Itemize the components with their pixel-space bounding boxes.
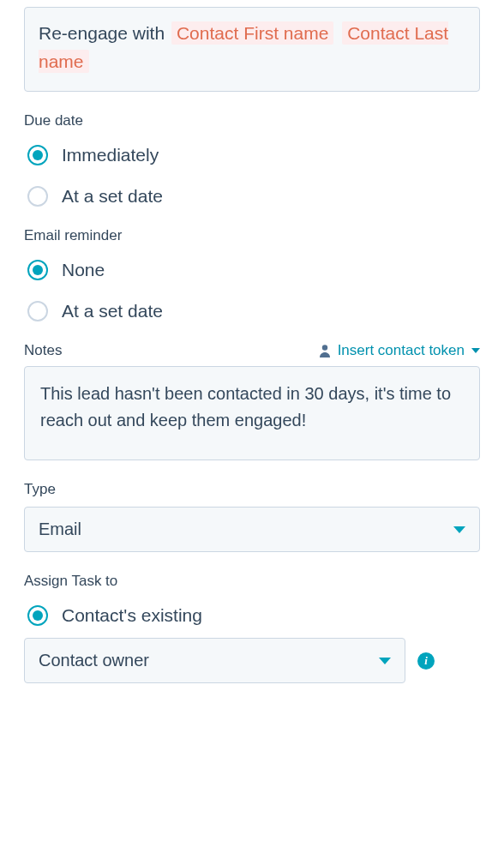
notes-textarea[interactable]: This lead hasn't been contacted in 30 da… — [24, 366, 480, 460]
radio-label: At a set date — [62, 301, 163, 321]
assign-select-value: Contact owner — [39, 651, 149, 670]
chevron-down-icon — [379, 658, 391, 664]
email-reminder-label: Email reminder — [24, 227, 480, 244]
due-date-immediately[interactable]: Immediately — [27, 145, 480, 165]
radio-label: None — [62, 260, 105, 280]
type-select-value: Email — [39, 520, 81, 539]
type-label: Type — [24, 481, 480, 498]
radio-label: Contact's existing — [62, 605, 202, 626]
due-date-radio-group: Immediately At a set date — [24, 145, 480, 207]
email-reminder-none[interactable]: None — [27, 260, 480, 280]
due-date-set-date[interactable]: At a set date — [27, 186, 480, 207]
radio-icon — [27, 186, 48, 207]
title-text-prefix: Re-engage with — [39, 23, 165, 43]
email-reminder-radio-group: None At a set date — [24, 260, 480, 321]
due-date-label: Due date — [24, 112, 480, 129]
radio-icon — [27, 260, 48, 280]
assign-radio-group: Contact's existing — [24, 605, 480, 626]
radio-label: Immediately — [62, 145, 159, 165]
assign-label: Assign Task to — [24, 573, 480, 590]
title-input[interactable]: Re-engage with Contact First name Contac… — [24, 7, 480, 92]
token-first-name[interactable]: Contact First name — [171, 21, 333, 45]
chevron-down-icon — [453, 526, 465, 533]
radio-icon — [27, 605, 48, 626]
assign-contacts-existing[interactable]: Contact's existing — [27, 605, 480, 626]
svg-point-0 — [321, 345, 327, 350]
chevron-down-icon — [471, 348, 480, 353]
insert-token-link-notes[interactable]: Insert contact token — [319, 342, 480, 359]
email-reminder-set-date[interactable]: At a set date — [27, 301, 480, 321]
radio-icon — [27, 145, 48, 165]
notes-label: Notes — [24, 342, 62, 359]
assign-select[interactable]: Contact owner — [24, 638, 405, 683]
info-icon[interactable]: i — [417, 652, 435, 670]
token-link-text: Insert contact token — [338, 342, 465, 359]
type-select[interactable]: Email — [24, 507, 480, 552]
radio-icon — [27, 301, 48, 321]
radio-label: At a set date — [62, 186, 163, 207]
person-icon — [319, 344, 331, 357]
